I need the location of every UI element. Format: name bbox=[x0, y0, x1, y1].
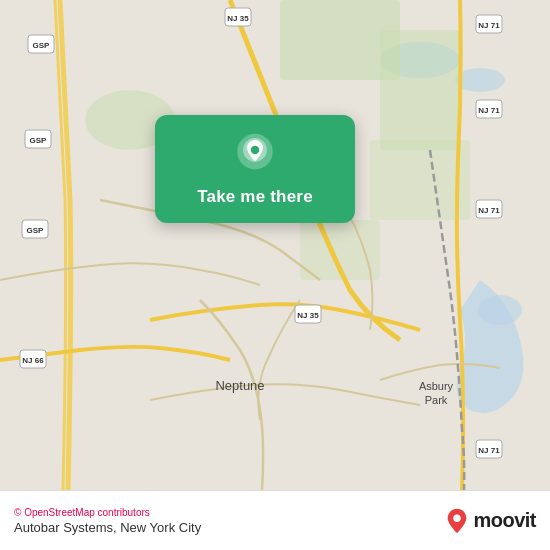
osm-prefix: © bbox=[14, 507, 24, 518]
svg-text:Neptune: Neptune bbox=[215, 378, 264, 393]
svg-text:Asbury: Asbury bbox=[419, 380, 454, 392]
svg-point-35 bbox=[251, 146, 259, 154]
map-container: NJ 35 NJ 71 NJ 71 NJ 71 NJ 71 GSP GSP GS… bbox=[0, 0, 550, 490]
svg-text:NJ 35: NJ 35 bbox=[297, 311, 319, 320]
popup-card[interactable]: Take me there bbox=[155, 115, 355, 223]
svg-text:GSP: GSP bbox=[27, 226, 45, 235]
footer: © OpenStreetMap contributors Autobar Sys… bbox=[0, 490, 550, 550]
location-label: Autobar Systems, New York City bbox=[14, 520, 201, 535]
svg-text:NJ 66: NJ 66 bbox=[22, 356, 44, 365]
footer-left: © OpenStreetMap contributors Autobar Sys… bbox=[14, 507, 201, 535]
svg-text:NJ 71: NJ 71 bbox=[478, 206, 500, 215]
osm-suffix: contributors bbox=[95, 507, 150, 518]
svg-text:NJ 71: NJ 71 bbox=[478, 21, 500, 30]
svg-text:NJ 71: NJ 71 bbox=[478, 106, 500, 115]
map-svg: NJ 35 NJ 71 NJ 71 NJ 71 NJ 71 GSP GSP GS… bbox=[0, 0, 550, 490]
svg-text:NJ 35: NJ 35 bbox=[227, 14, 249, 23]
moovit-logo: moovit bbox=[445, 507, 536, 535]
svg-point-36 bbox=[454, 514, 461, 521]
svg-text:NJ 71: NJ 71 bbox=[478, 446, 500, 455]
osm-credit: © OpenStreetMap contributors bbox=[14, 507, 201, 518]
osm-link: OpenStreetMap bbox=[24, 507, 95, 518]
svg-point-3 bbox=[478, 295, 522, 325]
svg-text:Park: Park bbox=[425, 394, 448, 406]
moovit-pin-icon bbox=[445, 507, 469, 535]
take-me-there-label: Take me there bbox=[197, 187, 313, 207]
svg-rect-5 bbox=[380, 30, 460, 150]
moovit-label: moovit bbox=[473, 509, 536, 532]
svg-text:GSP: GSP bbox=[33, 41, 51, 50]
svg-text:GSP: GSP bbox=[30, 136, 48, 145]
location-pin-icon bbox=[233, 133, 277, 177]
